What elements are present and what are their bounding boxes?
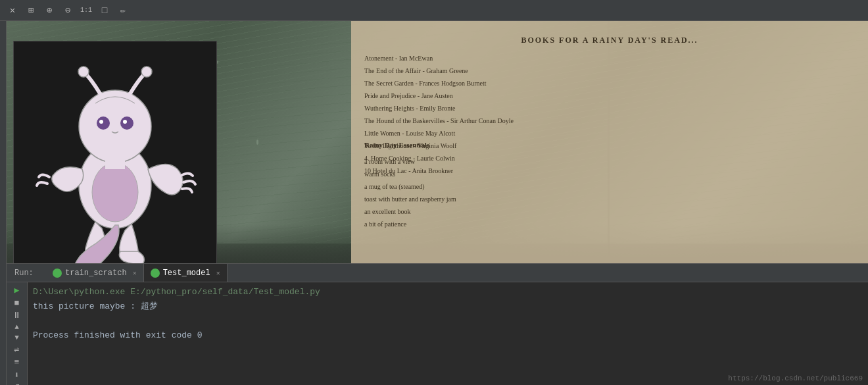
down-button[interactable]: ▼ — [10, 334, 24, 342]
tab-train-scratch[interactable]: train_scratch ✕ — [46, 264, 144, 282]
tab-label-train: train_scratch — [65, 269, 127, 278]
main-area: BOOKS FOR A RAINY DAY'S READ... Atonemen… — [0, 21, 868, 385]
url-bar: https://blog.csdn.net/public669 — [728, 374, 863, 382]
tab-label-test: Test_model — [163, 269, 210, 278]
book-title: BOOKS FOR A RAINY DAY'S READ... — [364, 34, 855, 47]
mewtwo-svg — [23, 54, 207, 265]
run-exit-line: Process finished with exit code 0 — [33, 328, 863, 343]
run-output-area: D:\User\python.exe E:/python_pro/self_da… — [28, 282, 868, 346]
rainy-essentials-title: Rainy Day Essentials — [364, 140, 456, 151]
run-panel: Run: train_scratch ✕ Test_model ✕ ▶ ■ ⏸ — [7, 263, 868, 385]
align-button[interactable]: ≡ — [10, 357, 24, 367]
svg-point-3 — [97, 116, 110, 130]
tab-close-train[interactable]: ✕ — [133, 269, 137, 277]
cross-icon[interactable]: ✕ — [5, 3, 20, 18]
book-item-7: Little Women - Louise May Alcott — [364, 128, 855, 139]
tab-test-model[interactable]: Test_model ✕ — [144, 264, 228, 282]
play-button[interactable]: ▶ — [10, 285, 24, 295]
tab-close-test[interactable]: ✕ — [216, 269, 220, 277]
book-text: BOOKS FOR A RAINY DAY'S READ... Atonemen… — [351, 21, 868, 263]
up-button[interactable]: ▲ — [10, 323, 24, 331]
stop-button[interactable]: ■ — [10, 298, 24, 308]
svg-point-6 — [123, 120, 127, 124]
pencil-icon[interactable]: ✏ — [116, 3, 130, 18]
pause-button[interactable]: ⏸ — [10, 311, 24, 321]
toolbar: ✕ ⊞ ⊕ ⊖ 1:1 □ ✏ — [0, 0, 868, 21]
book-item-5: Wuthering Heights - Emily Bronte — [364, 103, 855, 114]
run-toolbar-side: ▶ ■ ⏸ ▲ ▼ ⇌ ≡ ⬇ 🖨 — [7, 282, 28, 385]
run-output-line1: this picture maybe : 超梦 — [33, 299, 863, 314]
svg-point-1 — [92, 163, 138, 222]
run-output-line2 — [33, 314, 863, 328]
tab-icon-test — [151, 269, 160, 278]
run-tabs: Run: train_scratch ✕ Test_model ✕ — [7, 264, 868, 282]
actual-size-icon[interactable]: 1:1 — [79, 3, 93, 18]
book-overlay: BOOKS FOR A RAINY DAY'S READ... Atonemen… — [351, 21, 868, 263]
book-item-4: Pride and Prejudice - Jane Austen — [364, 91, 855, 101]
fit-icon[interactable]: □ — [97, 3, 112, 18]
rainy-essentials-list: a room with a view warm socks a mug of t… — [364, 155, 456, 230]
url-text: https://blog.csdn.net/public669 — [728, 374, 863, 382]
svg-point-5 — [99, 120, 103, 124]
zoom-in-icon[interactable]: ⊕ — [42, 3, 57, 18]
svg-point-4 — [120, 116, 133, 130]
zoom-out-icon[interactable]: ⊖ — [60, 3, 75, 18]
run-label: Run: — [7, 264, 41, 282]
book-item-2: The End of the Affair - Graham Greene — [364, 66, 855, 76]
book-item-3: The Secret Garden - Frances Hodgson Burn… — [364, 78, 855, 89]
run-command-line: D:\User\python.exe E:/python_pro/self_da… — [33, 285, 863, 299]
mewtwo-image — [13, 41, 217, 278]
image-area: BOOKS FOR A RAINY DAY'S READ... Atonemen… — [7, 21, 868, 385]
tab-icon-train — [53, 269, 62, 278]
svg-point-8 — [141, 66, 152, 77]
grid-icon[interactable]: ⊞ — [24, 3, 38, 18]
svg-rect-9 — [105, 156, 125, 169]
book-item-6: The Hound of the Baskervilles - Sir Arth… — [364, 116, 855, 126]
import-button[interactable]: ⬇ — [10, 370, 24, 380]
wrap-button[interactable]: ⇌ — [10, 344, 24, 355]
svg-point-7 — [78, 66, 89, 77]
book-item-1: Atonement - Ian McEwan — [364, 53, 855, 64]
left-sidebar — [0, 21, 7, 385]
